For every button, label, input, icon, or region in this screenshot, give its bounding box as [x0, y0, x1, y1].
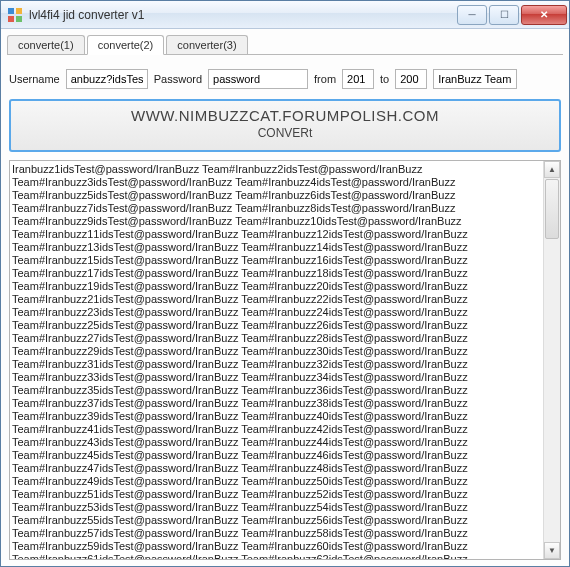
convert-url-text: WWW.NIMBUZZCAT.FORUMPOLISH.COM	[11, 107, 559, 124]
maximize-button[interactable]: ☐	[489, 5, 519, 25]
svg-rect-0	[8, 8, 14, 14]
username-label: Username	[9, 73, 60, 85]
minimize-button[interactable]: ─	[457, 5, 487, 25]
window-controls: ─ ☐ ✕	[455, 5, 567, 25]
window-title: lvl4fi4 jid converter v1	[29, 8, 455, 22]
tab-converter-3[interactable]: converter(3)	[166, 35, 247, 54]
from-input[interactable]	[342, 69, 374, 89]
tabstrip: converte(1) converte(2) converter(3)	[7, 33, 563, 55]
output-textarea[interactable]: Iranbuzz1idsTest@password/IranBuzz Team#…	[10, 161, 543, 559]
tab-converte-2[interactable]: converte(2)	[87, 35, 165, 55]
svg-rect-1	[16, 8, 22, 14]
svg-rect-2	[8, 16, 14, 22]
username-input[interactable]	[66, 69, 148, 89]
team-input[interactable]	[433, 69, 517, 89]
titlebar: lvl4fi4 jid converter v1 ─ ☐ ✕	[1, 1, 569, 29]
password-input[interactable]	[208, 69, 308, 89]
scroll-thumb[interactable]	[545, 179, 559, 239]
svg-rect-3	[16, 16, 22, 22]
output-container: Iranbuzz1idsTest@password/IranBuzz Team#…	[9, 160, 561, 560]
convert-label-text: CONVERt	[11, 126, 559, 140]
convert-button[interactable]: WWW.NIMBUZZCAT.FORUMPOLISH.COM CONVERt	[9, 99, 561, 152]
vertical-scrollbar[interactable]: ▲ ▼	[543, 161, 560, 559]
app-icon	[7, 7, 23, 23]
close-button[interactable]: ✕	[521, 5, 567, 25]
to-input[interactable]	[395, 69, 427, 89]
form-row: Username Password from to	[9, 69, 561, 89]
scroll-up-arrow-icon[interactable]: ▲	[544, 161, 560, 178]
app-window: lvl4fi4 jid converter v1 ─ ☐ ✕ converte(…	[0, 0, 570, 567]
tab-converte-1[interactable]: converte(1)	[7, 35, 85, 54]
from-label: from	[314, 73, 336, 85]
password-label: Password	[154, 73, 202, 85]
to-label: to	[380, 73, 389, 85]
client-area: converte(1) converte(2) converter(3) Use…	[1, 29, 569, 566]
scroll-down-arrow-icon[interactable]: ▼	[544, 542, 560, 559]
